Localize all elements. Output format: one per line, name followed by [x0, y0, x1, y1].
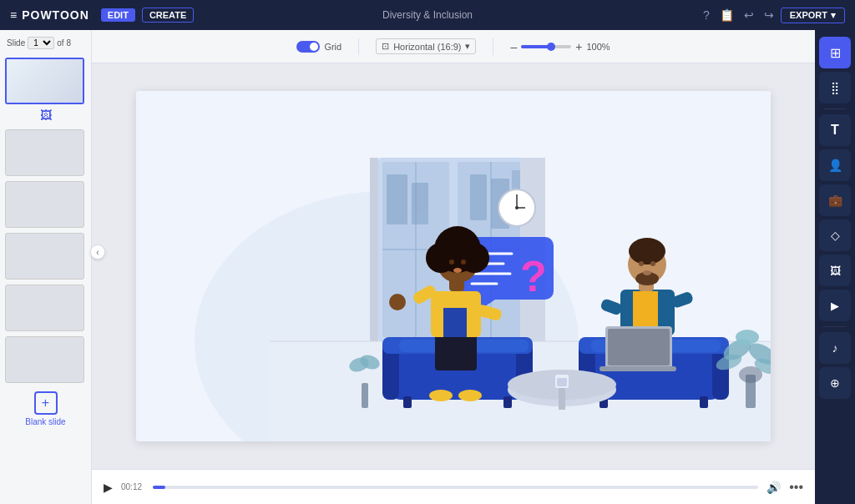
toolbar-bar: Grid ⊡ Horizontal (16:9) ▾ – + 100% — [92, 30, 815, 63]
zoom-out-button[interactable]: – — [510, 40, 517, 53]
zoom-slider[interactable] — [521, 45, 571, 48]
music-panel-button[interactable]: ♪ — [819, 332, 851, 364]
toggle-thumb — [310, 43, 318, 51]
svg-rect-53 — [443, 308, 467, 337]
add-image-icon[interactable]: 🖼 — [40, 108, 52, 122]
logo-area: ≡ POWTOON — [10, 8, 89, 22]
svg-rect-69 — [633, 291, 658, 329]
patterns-panel-button[interactable]: ⣿ — [819, 72, 851, 103]
slide-of: of — [57, 38, 63, 48]
svg-rect-37 — [503, 396, 512, 408]
illustration-svg: ? — [136, 91, 771, 441]
hamburger-icon[interactable]: ≡ — [10, 8, 17, 22]
slide-thumb-3[interactable] — [5, 181, 84, 228]
slide-thumb-6[interactable] — [5, 336, 84, 383]
svg-rect-15 — [370, 158, 378, 341]
characters-icon: 👤 — [828, 159, 842, 172]
svg-rect-45 — [700, 396, 708, 408]
volume-icon[interactable]: 🔊 — [766, 481, 781, 494]
text-panel-button[interactable]: T — [819, 114, 851, 146]
svg-rect-48 — [559, 385, 565, 410]
more-panel-button[interactable]: ⊕ — [819, 367, 851, 399]
aspect-ratio-button[interactable]: ⊡ Horizontal (16:9) ▾ — [376, 38, 476, 54]
slide-thumb-5[interactable] — [5, 285, 84, 331]
slide-selector[interactable]: 1234 5678 — [28, 37, 54, 49]
text-icon: T — [831, 123, 839, 138]
svg-point-59 — [449, 260, 454, 265]
help-icon[interactable]: ? — [703, 8, 710, 22]
svg-point-86 — [736, 330, 759, 345]
media-icon: 🖼 — [830, 265, 841, 277]
svg-point-76 — [643, 270, 651, 275]
video-panel-button[interactable]: ▶ — [819, 290, 851, 321]
slide-total: 8 — [67, 38, 72, 48]
slide-illustration: ? — [136, 91, 771, 441]
aspect-ratio-label: Horizontal (16:9) — [393, 42, 461, 52]
add-slide-button[interactable]: + Blank slide — [5, 388, 86, 430]
grid-switch[interactable] — [296, 41, 320, 53]
time-label: 00:12 — [121, 482, 144, 491]
shapes-icon: ◇ — [831, 229, 840, 242]
center-area: Grid ⊡ Horizontal (16:9) ▾ – + 100% — [92, 30, 815, 504]
svg-rect-9 — [387, 174, 407, 224]
slide-label: Slide — [7, 38, 25, 48]
svg-point-61 — [453, 268, 462, 273]
create-button[interactable]: CREATE — [142, 8, 194, 23]
more-icon: ⊕ — [830, 376, 840, 390]
export-button[interactable]: EXPORT ▾ — [781, 8, 845, 23]
slides-panel-button[interactable]: ⊞ — [819, 37, 851, 68]
main-layout: Slide 1234 5678 of 8 🖼 + Blank slide — [0, 30, 855, 504]
slide-thumb-4[interactable] — [5, 233, 84, 280]
canvas-area[interactable]: ? — [92, 63, 815, 469]
svg-point-60 — [461, 260, 466, 265]
svg-point-72 — [629, 238, 665, 265]
svg-rect-50 — [557, 378, 567, 386]
grid-toggle[interactable]: Grid — [296, 41, 341, 53]
topbar-icons: ? 📋 ↩ ↪ — [703, 8, 774, 22]
slide-thumb-1[interactable] — [5, 58, 84, 104]
zoom-percent-label: 100% — [586, 42, 610, 52]
play-button[interactable]: ▶ — [104, 481, 113, 494]
toolbar-sep-2 — [493, 38, 493, 55]
more-options-button[interactable]: ••• — [789, 480, 803, 495]
svg-rect-80 — [608, 329, 670, 365]
notes-icon[interactable]: 📋 — [720, 8, 734, 22]
zoom-control: – + 100% — [510, 40, 610, 53]
svg-point-65 — [429, 390, 453, 401]
svg-point-57 — [426, 243, 456, 273]
svg-point-58 — [459, 243, 489, 273]
progress-track[interactable] — [153, 486, 758, 489]
progress-fill — [153, 486, 165, 489]
toolbar-sep-1 — [358, 38, 359, 55]
document-title: Diversity & Inclusion — [382, 9, 473, 21]
characters-panel-button[interactable]: 👤 — [819, 149, 851, 181]
right-panel: ⊞ ⣿ T 👤 💼 ◇ 🖼 ▶ ♪ ⊕ — [815, 30, 855, 504]
media-panel-button[interactable]: 🖼 — [819, 255, 851, 286]
svg-point-75 — [650, 261, 655, 266]
topbar: ≡ POWTOON EDIT CREATE ? 📋 ↩ ↪ Diversity … — [0, 0, 855, 30]
grid-label: Grid — [324, 42, 341, 52]
export-label: EXPORT — [790, 10, 827, 20]
logo-text: POWTOON — [22, 8, 89, 22]
svg-rect-81 — [600, 366, 676, 371]
slide-thumb-2[interactable] — [5, 129, 84, 176]
video-icon: ▶ — [831, 300, 839, 312]
shapes-panel-button[interactable]: ◇ — [819, 219, 851, 251]
collapse-panel-button[interactable]: ‹ — [90, 244, 105, 260]
undo-icon[interactable]: ↩ — [744, 8, 754, 22]
zoom-in-button[interactable]: + — [575, 40, 582, 53]
slides-icon: ⊞ — [830, 45, 841, 61]
svg-rect-36 — [403, 396, 412, 408]
canvas-slide[interactable]: ? — [136, 91, 771, 441]
edit-button[interactable]: EDIT — [101, 8, 135, 22]
aspect-ratio-icon: ⊡ — [382, 41, 389, 52]
patterns-icon: ⣿ — [831, 81, 839, 94]
aspect-ratio-arrow: ▾ — [465, 41, 470, 52]
svg-point-64 — [389, 294, 406, 310]
redo-icon[interactable]: ↪ — [764, 8, 774, 22]
timeline-bar: ▶ 00:12 🔊 ••• — [92, 469, 815, 504]
zoom-handle[interactable] — [547, 43, 555, 51]
props-panel-button[interactable]: 💼 — [819, 184, 851, 216]
panel-separator-2 — [823, 326, 847, 327]
panel-separator-1 — [823, 108, 847, 109]
